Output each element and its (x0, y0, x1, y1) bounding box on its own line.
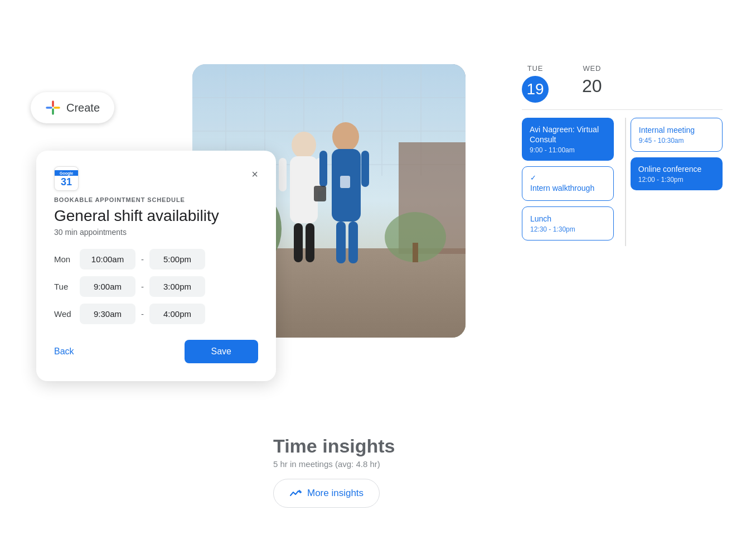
event-intern-title: Intern walkthrough (530, 183, 605, 193)
dialog-header: Google 31 × (54, 166, 258, 191)
event-avi-time: 9:00 - 11:00am (530, 146, 606, 154)
calendar-app-icon: Google 31 (54, 166, 79, 191)
schedule-row-tue: Tue 9:00am - 3:00pm (54, 276, 258, 297)
close-button[interactable]: × (251, 169, 258, 180)
schedule-row-wed: Wed 9:30am - 4:00pm (54, 304, 258, 324)
event-conf-title: Online conference (638, 164, 715, 174)
insights-subtitle: 5 hr in meetings (avg: 4.8 hr) (273, 459, 395, 469)
cal-icon-num: 31 (61, 177, 72, 187)
wed-label: WED (583, 64, 601, 73)
event-avi-nagreen[interactable]: Avi Nagreen: Virtual Consult 9:00 - 11:0… (522, 118, 614, 161)
schedule-row-mon: Mon 10:00am - 5:00pm (54, 249, 258, 270)
calendar-panel: TUE 19 WED 20 Avi Nagreen: Virtual Consu… (522, 64, 723, 246)
insights-panel: Time insights 5 hr in meetings (avg: 4.8… (273, 435, 395, 508)
svg-rect-33 (314, 186, 326, 201)
svg-rect-29 (348, 222, 358, 263)
calendar-day-tue: TUE 19 (522, 64, 549, 103)
scene: Create (0, 0, 756, 558)
calendar-columns: Avi Nagreen: Virtual Consult 9:00 - 11:0… (522, 118, 723, 246)
tue-label: TUE (527, 64, 543, 73)
check-icon: ✓ (530, 174, 605, 182)
svg-point-20 (292, 132, 316, 158)
start-time-wed[interactable]: 9:30am (80, 304, 135, 324)
event-intern-walkthrough[interactable]: ✓ Intern walkthrough (522, 166, 614, 200)
end-time-wed[interactable]: 4:00pm (149, 304, 205, 324)
dialog-card: Google 31 × BOOKABLE APPOINTMENT SCHEDUL… (36, 151, 276, 381)
day-mon: Mon (54, 254, 74, 264)
calendar-col-wed: Internal meeting 9:45 - 10:30am Online c… (631, 118, 723, 246)
dash-tue: - (141, 282, 144, 291)
svg-rect-30 (319, 151, 327, 187)
day-tue: Tue (54, 282, 74, 291)
svg-rect-19 (413, 243, 418, 262)
dialog-subtitle: 30 min appointments (54, 228, 258, 237)
svg-rect-31 (361, 151, 369, 187)
dialog-title: General shift availability (54, 206, 258, 225)
calendar-header: TUE 19 WED 20 (522, 64, 723, 110)
google-plus-icon (45, 100, 61, 116)
end-time-mon[interactable]: 5:00pm (149, 249, 205, 270)
back-button[interactable]: Back (54, 342, 74, 361)
start-time-mon[interactable]: 10:00am (80, 249, 135, 270)
dash-mon: - (141, 254, 144, 264)
day-wed: Wed (54, 309, 74, 319)
event-internal-title: Internal meeting (639, 125, 714, 135)
event-conf-time: 12:00 - 1:30pm (638, 176, 715, 184)
svg-point-26 (332, 122, 359, 151)
dash-wed: - (141, 309, 144, 319)
more-insights-label: More insights (307, 488, 364, 499)
event-internal-time: 9:45 - 10:30am (639, 137, 714, 145)
svg-rect-24 (279, 158, 287, 191)
end-time-tue[interactable]: 3:00pm (149, 276, 205, 297)
svg-rect-21 (290, 156, 318, 223)
bookable-label: BOOKABLE APPOINTMENT SCHEDULE (54, 196, 258, 203)
tue-number: 19 (522, 76, 549, 103)
event-lunch[interactable]: Lunch 12:30 - 1:30pm (522, 206, 614, 240)
more-insights-button[interactable]: More insights (273, 479, 380, 508)
event-internal-meeting[interactable]: Internal meeting 9:45 - 10:30am (631, 118, 723, 152)
calendar-day-wed: WED 20 (582, 64, 602, 97)
svg-rect-23 (306, 223, 314, 262)
event-lunch-time: 12:30 - 1:30pm (530, 225, 605, 233)
svg-rect-28 (336, 222, 346, 263)
wed-number: 20 (582, 76, 602, 97)
insights-icon (289, 487, 302, 499)
calendar-col-tue: Avi Nagreen: Virtual Consult 9:00 - 11:0… (522, 118, 621, 246)
svg-rect-22 (294, 223, 303, 262)
dialog-actions: Back Save (54, 340, 258, 363)
create-label: Create (66, 102, 100, 114)
svg-rect-32 (340, 176, 350, 188)
insights-title: Time insights (273, 435, 395, 457)
event-online-conference[interactable]: Online conference 12:00 - 1:30pm (631, 157, 723, 190)
event-avi-title: Avi Nagreen: Virtual Consult (530, 124, 606, 145)
create-button[interactable]: Create (31, 92, 114, 123)
cal-icon-top: Google (55, 170, 78, 176)
calendar-divider (625, 118, 626, 246)
start-time-tue[interactable]: 9:00am (80, 276, 135, 297)
event-lunch-title: Lunch (530, 214, 605, 224)
save-button[interactable]: Save (185, 340, 258, 363)
